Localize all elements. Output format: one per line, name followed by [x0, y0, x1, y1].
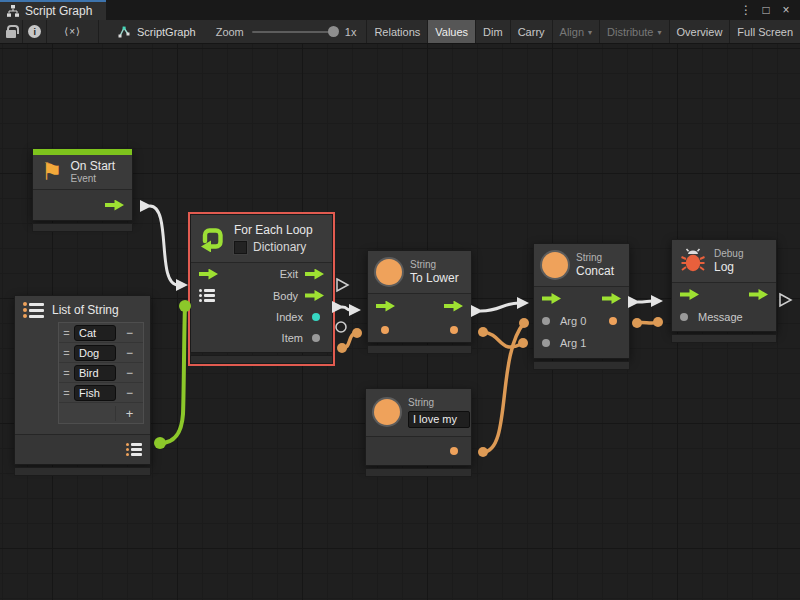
tab-script-graph[interactable]: Script Graph: [0, 0, 106, 20]
more-icon[interactable]: ⋮: [738, 3, 754, 17]
remove-item-button[interactable]: −: [116, 386, 143, 400]
node-to-lower[interactable]: String To Lower: [367, 250, 472, 354]
wire-control-body-tolower[interactable]: [342, 307, 350, 310]
unconnected-exit-marker[interactable]: [337, 279, 348, 291]
dictionary-label: Dictionary: [253, 240, 306, 254]
remove-item-button[interactable]: −: [116, 326, 143, 340]
wire-endpoint[interactable]: [653, 317, 663, 327]
wire-endpoint[interactable]: [337, 343, 347, 353]
item-output-port[interactable]: [312, 334, 320, 342]
relations-button[interactable]: Relations: [366, 20, 427, 43]
list-item-row: = −: [59, 363, 143, 383]
wire-arrowhead[interactable]: [176, 279, 188, 291]
align-dropdown[interactable]: Align ▾: [552, 20, 599, 43]
lock-icon: [6, 30, 16, 38]
list-input-port[interactable]: [199, 289, 215, 302]
value-output-port[interactable]: [450, 447, 458, 455]
node-debug-log[interactable]: Debug Log Message: [671, 239, 777, 343]
graph-canvas[interactable]: ⚑ On Start Event: [0, 44, 800, 600]
list-item-field[interactable]: [74, 385, 116, 401]
node-on-start[interactable]: ⚑ On Start Event: [32, 148, 133, 232]
lock-button[interactable]: [0, 20, 23, 43]
close-icon[interactable]: ×: [778, 3, 794, 17]
value-output-port[interactable]: [450, 326, 458, 334]
code-view-button[interactable]: ⟨×⟩: [47, 20, 99, 43]
control-output-port[interactable]: [105, 200, 124, 211]
control-input-port[interactable]: [680, 289, 699, 300]
node-title: To Lower: [410, 271, 459, 285]
wire-control-concat-debug[interactable]: [638, 301, 653, 302]
wire-control-onstart-foreach[interactable]: [150, 206, 178, 285]
node-title: For Each Loop: [234, 223, 313, 237]
drag-handle[interactable]: =: [59, 327, 74, 339]
node-concat[interactable]: String Concat Arg 0 Arg 1: [533, 243, 630, 370]
remove-item-button[interactable]: −: [116, 366, 143, 380]
list-item-row: = −: [59, 383, 143, 403]
index-output-port[interactable]: [312, 313, 320, 321]
value-output-port[interactable]: [609, 317, 617, 325]
bug-icon: [680, 248, 706, 274]
wire-endpoint[interactable]: [518, 338, 528, 348]
full-screen-button[interactable]: Full Screen: [729, 20, 800, 43]
drag-handle[interactable]: =: [59, 387, 74, 399]
zoom-slider[interactable]: [252, 31, 337, 33]
list-output-port[interactable]: [126, 443, 142, 456]
node-footer: [190, 355, 333, 364]
zoom-slider-handle[interactable]: [328, 26, 339, 37]
node-category: String: [576, 252, 614, 264]
control-output-port[interactable]: [602, 293, 621, 304]
control-input-port[interactable]: [542, 293, 561, 304]
zoom-control: Zoom 1x: [206, 20, 367, 43]
node-for-each-loop[interactable]: For Each Loop Dictionary Exit: [188, 212, 335, 366]
list-item-field[interactable]: [74, 365, 116, 381]
wire-endpoint[interactable]: [478, 447, 488, 457]
flag-icon: ⚑: [41, 160, 63, 184]
values-button[interactable]: Values: [427, 20, 475, 43]
control-input-port[interactable]: [376, 301, 395, 312]
node-list-of-string[interactable]: List of String = − = −: [14, 295, 151, 476]
wire-arrowhead[interactable]: [517, 297, 529, 309]
maximize-icon[interactable]: □: [758, 3, 774, 17]
wire-arrowhead[interactable]: [651, 295, 663, 307]
wire-endpoint[interactable]: [179, 300, 191, 312]
string-icon: [376, 259, 402, 285]
port-label-message: Message: [698, 311, 743, 323]
unconnected-index-marker[interactable]: [336, 322, 346, 332]
graph-toolbar: i ⟨×⟩ ScriptGraph Zoom 1x Relations Valu…: [0, 20, 800, 44]
exit-output-port[interactable]: [305, 269, 324, 280]
drag-handle[interactable]: =: [59, 367, 74, 379]
list-item-field[interactable]: [74, 325, 116, 341]
wire-endpoint[interactable]: [154, 437, 166, 449]
overview-button[interactable]: Overview: [669, 20, 730, 43]
drag-handle[interactable]: =: [59, 347, 74, 359]
wire-control-tolower-concat[interactable]: [481, 303, 519, 311]
wire-list-foreach[interactable]: [160, 306, 185, 443]
control-output-port[interactable]: [749, 289, 768, 300]
wire-literal-arg0[interactable]: [483, 323, 524, 452]
list-item-field[interactable]: [74, 345, 116, 361]
arg0-input-port[interactable]: [542, 317, 550, 325]
unconnected-debug-exit-marker[interactable]: [780, 294, 791, 306]
wire-endpoint[interactable]: [352, 328, 362, 338]
wire-endpoint[interactable]: [519, 318, 529, 328]
node-footer: [365, 468, 472, 477]
value-input-port[interactable]: [381, 326, 389, 334]
message-input-port[interactable]: [680, 313, 688, 321]
arg1-input-port[interactable]: [542, 339, 550, 347]
wire-arrowhead[interactable]: [349, 304, 361, 316]
carry-button[interactable]: Carry: [510, 20, 552, 43]
dictionary-checkbox[interactable]: [234, 241, 247, 254]
body-output-port[interactable]: [305, 290, 324, 301]
control-input-port[interactable]: [199, 269, 218, 280]
control-output-port[interactable]: [444, 301, 463, 312]
dim-button[interactable]: Dim: [475, 20, 510, 43]
info-button[interactable]: i: [23, 20, 47, 43]
add-item-button[interactable]: +: [115, 406, 143, 421]
wire-endpoint[interactable]: [632, 318, 642, 328]
node-subtitle: Event: [71, 173, 116, 185]
distribute-dropdown[interactable]: Distribute ▾: [599, 20, 668, 43]
remove-item-button[interactable]: −: [116, 346, 143, 360]
wire-endpoint[interactable]: [478, 327, 488, 337]
string-value-field[interactable]: [408, 411, 470, 428]
node-string-literal[interactable]: String: [365, 388, 472, 477]
